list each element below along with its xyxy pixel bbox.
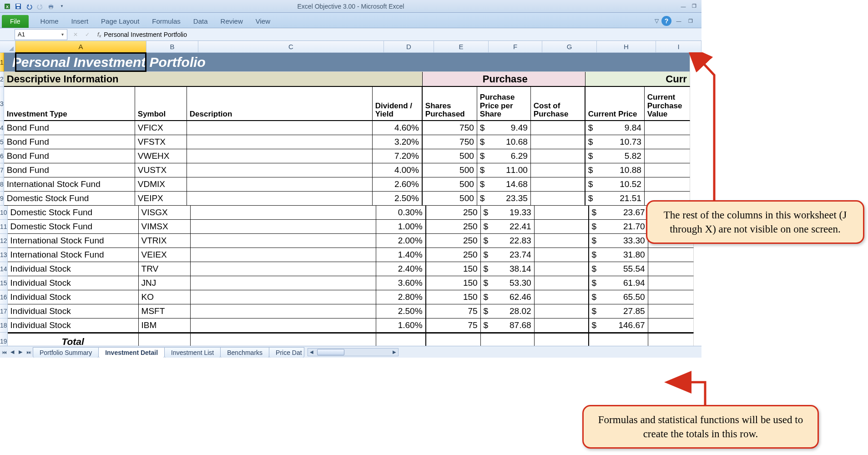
cell-f14[interactable]: $38.14	[481, 262, 535, 276]
cell-c4[interactable]	[187, 121, 373, 135]
cell-i14[interactable]	[648, 262, 694, 276]
tab-review[interactable]: Review	[214, 15, 249, 28]
cell-b12[interactable]: VTRIX	[139, 234, 191, 248]
cell-g17[interactable]	[535, 304, 589, 318]
cell-f13[interactable]: $23.74	[481, 248, 535, 262]
tab-formulas[interactable]: Formulas	[146, 15, 187, 28]
cell-i4[interactable]	[645, 121, 690, 135]
cell-g4[interactable]	[531, 121, 585, 135]
header-investment-type[interactable]: Investment Type	[4, 87, 135, 121]
cell-a8[interactable]: International Stock Fund	[4, 177, 135, 192]
cell-g16[interactable]	[535, 290, 589, 304]
cell-a6[interactable]: Bond Fund	[4, 149, 135, 163]
cell-c11[interactable]	[191, 220, 376, 234]
cell-d10[interactable]: 0.30%	[376, 206, 426, 220]
cell-c8[interactable]	[187, 177, 373, 192]
row-header-2[interactable]: 2	[0, 72, 4, 87]
cell-c14[interactable]	[191, 262, 376, 276]
cell-h12[interactable]: $33.30	[589, 234, 648, 248]
sheet-tab-portfolio-summary[interactable]: Portfolio Summary	[33, 347, 99, 358]
row-header-7[interactable]: 7	[0, 163, 4, 177]
cell-g7[interactable]	[531, 163, 585, 177]
cell-i8[interactable]	[645, 177, 690, 192]
cell-i18[interactable]	[648, 318, 694, 333]
group-descriptive[interactable]: Descriptive Information	[4, 72, 423, 87]
cell-i17[interactable]	[648, 304, 694, 318]
cell-c6[interactable]	[187, 149, 373, 163]
cell-b9[interactable]: VEIPX	[135, 192, 187, 206]
cell-f11[interactable]: $22.41	[481, 220, 535, 234]
cell-b5[interactable]: VFSTX	[135, 135, 187, 149]
cell-d15[interactable]: 3.60%	[376, 276, 426, 290]
cell-e7[interactable]: 500	[423, 163, 477, 177]
tab-nav-prev-icon[interactable]: ◀	[8, 347, 16, 357]
column-header-i[interactable]: I	[656, 41, 701, 53]
cell-e14[interactable]: 150	[426, 262, 481, 276]
column-header-b[interactable]: B	[146, 41, 198, 53]
cell-i16[interactable]	[648, 290, 694, 304]
row-header-8[interactable]: 8	[0, 177, 4, 192]
cell-a13[interactable]: International Stock Fund	[8, 248, 139, 262]
cell-a14[interactable]: Individual Stock	[8, 262, 139, 276]
row-header-18[interactable]: 18	[0, 318, 8, 333]
cell-e10[interactable]: 250	[426, 206, 481, 220]
workbook-restore-button[interactable]: ❐	[686, 17, 695, 25]
cell-e5[interactable]: 750	[423, 135, 477, 149]
cell-g8[interactable]	[531, 177, 585, 192]
cell-h13[interactable]: $31.80	[589, 248, 648, 262]
cell-c12[interactable]	[191, 234, 376, 248]
row-header-14[interactable]: 14	[0, 262, 8, 276]
cell-c15[interactable]	[191, 276, 376, 290]
cell-b11[interactable]: VIMSX	[139, 220, 191, 234]
cell-e8[interactable]: 500	[423, 177, 477, 192]
cell-f6[interactable]: $6.29	[477, 149, 531, 163]
cell-e17[interactable]: 75	[426, 304, 481, 318]
column-header-c[interactable]: C	[198, 41, 384, 53]
cell-c10[interactable]	[191, 206, 376, 220]
cell-b8[interactable]: VDMIX	[135, 177, 187, 192]
qat-dropdown-icon[interactable]: ▼	[57, 2, 66, 11]
row-header-11[interactable]: 11	[0, 220, 8, 234]
column-header-a[interactable]: A	[15, 41, 146, 53]
cell-f17[interactable]: $28.02	[481, 304, 535, 318]
cell-g11[interactable]	[535, 220, 589, 234]
scroll-left-icon[interactable]: ◀	[308, 349, 315, 356]
header-shares-purchased[interactable]: Shares Purchased	[423, 87, 477, 121]
scroll-thumb[interactable]	[317, 349, 344, 355]
cell-e11[interactable]: 250	[426, 220, 481, 234]
cell-h8[interactable]: $10.52	[585, 177, 645, 192]
select-all-corner[interactable]	[0, 41, 15, 53]
sheet-tab-price-data[interactable]: Price Dat	[269, 347, 304, 358]
cell-d6[interactable]: 7.20%	[373, 149, 423, 163]
cell-c16[interactable]	[191, 290, 376, 304]
tab-nav-last-icon[interactable]: ⏭	[25, 347, 33, 357]
row-header-10[interactable]: 10	[0, 206, 8, 220]
cell-f16[interactable]: $62.46	[481, 290, 535, 304]
cell-c13[interactable]	[191, 248, 376, 262]
cell-e15[interactable]: 150	[426, 276, 481, 290]
cell-e9[interactable]: 500	[423, 192, 477, 206]
row-header-17[interactable]: 17	[0, 304, 8, 318]
cell-d12[interactable]: 2.00%	[376, 234, 426, 248]
cell-c5[interactable]	[187, 135, 373, 149]
name-box[interactable]: A1 ▾	[15, 29, 67, 40]
minimize-button[interactable]: —	[679, 3, 688, 10]
tab-home[interactable]: Home	[34, 15, 65, 28]
cell-a10[interactable]: Domestic Stock Fund	[8, 206, 139, 220]
tab-insert[interactable]: Insert	[65, 15, 95, 28]
cell-f10[interactable]: $19.33	[481, 206, 535, 220]
cell-a15[interactable]: Individual Stock	[8, 276, 139, 290]
cell-c7[interactable]	[187, 163, 373, 177]
cell-b10[interactable]: VISGX	[139, 206, 191, 220]
cell-f5[interactable]: $10.68	[477, 135, 531, 149]
undo-icon[interactable]	[25, 2, 34, 11]
cell-d7[interactable]: 4.00%	[373, 163, 423, 177]
cell-d11[interactable]: 1.00%	[376, 220, 426, 234]
cell-g15[interactable]	[535, 276, 589, 290]
cell-c18[interactable]	[191, 318, 376, 333]
cell-d14[interactable]: 2.40%	[376, 262, 426, 276]
cell-h4[interactable]: $9.84	[585, 121, 645, 135]
cell-h9[interactable]: $21.51	[585, 192, 645, 206]
tab-nav-first-icon[interactable]: ⏮	[0, 347, 8, 357]
cell-b4[interactable]: VFICX	[135, 121, 187, 135]
